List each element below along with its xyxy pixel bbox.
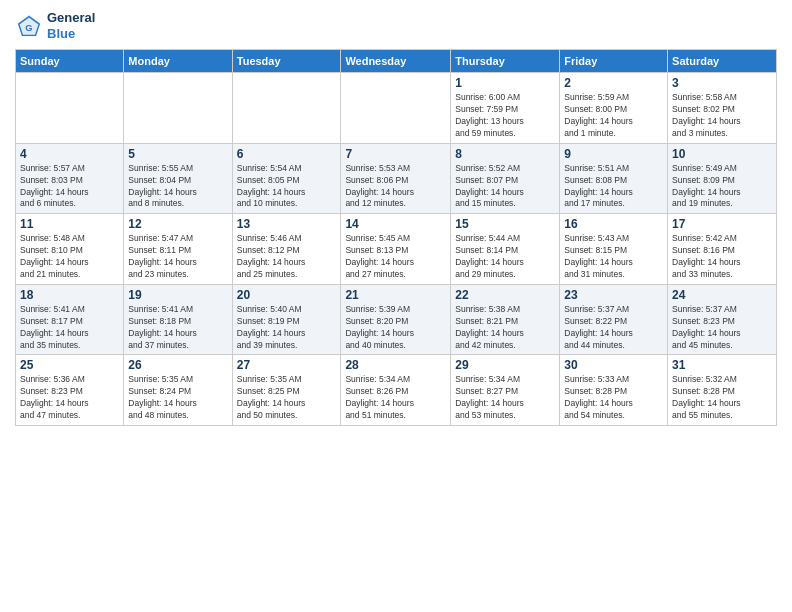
calendar-cell: 10Sunrise: 5:49 AM Sunset: 8:09 PM Dayli… [668, 143, 777, 214]
calendar-header-sunday: Sunday [16, 50, 124, 73]
day-number: 16 [564, 217, 663, 231]
calendar-cell [341, 73, 451, 144]
calendar-cell: 1Sunrise: 6:00 AM Sunset: 7:59 PM Daylig… [451, 73, 560, 144]
calendar-cell: 3Sunrise: 5:58 AM Sunset: 8:02 PM Daylig… [668, 73, 777, 144]
day-number: 21 [345, 288, 446, 302]
day-info: Sunrise: 5:39 AM Sunset: 8:20 PM Dayligh… [345, 304, 446, 352]
calendar-cell: 11Sunrise: 5:48 AM Sunset: 8:10 PM Dayli… [16, 214, 124, 285]
day-number: 31 [672, 358, 772, 372]
logo: G General Blue [15, 10, 95, 41]
day-info: Sunrise: 5:48 AM Sunset: 8:10 PM Dayligh… [20, 233, 119, 281]
day-number: 14 [345, 217, 446, 231]
day-number: 4 [20, 147, 119, 161]
logo-text: General Blue [47, 10, 95, 41]
calendar-cell: 4Sunrise: 5:57 AM Sunset: 8:03 PM Daylig… [16, 143, 124, 214]
day-info: Sunrise: 5:42 AM Sunset: 8:16 PM Dayligh… [672, 233, 772, 281]
calendar-cell [16, 73, 124, 144]
day-number: 17 [672, 217, 772, 231]
calendar-cell: 22Sunrise: 5:38 AM Sunset: 8:21 PM Dayli… [451, 284, 560, 355]
day-number: 28 [345, 358, 446, 372]
day-info: Sunrise: 5:35 AM Sunset: 8:24 PM Dayligh… [128, 374, 227, 422]
day-info: Sunrise: 5:40 AM Sunset: 8:19 PM Dayligh… [237, 304, 337, 352]
day-info: Sunrise: 5:53 AM Sunset: 8:06 PM Dayligh… [345, 163, 446, 211]
calendar-cell: 21Sunrise: 5:39 AM Sunset: 8:20 PM Dayli… [341, 284, 451, 355]
day-info: Sunrise: 5:33 AM Sunset: 8:28 PM Dayligh… [564, 374, 663, 422]
day-number: 25 [20, 358, 119, 372]
day-number: 9 [564, 147, 663, 161]
calendar-header-friday: Friday [560, 50, 668, 73]
day-info: Sunrise: 5:45 AM Sunset: 8:13 PM Dayligh… [345, 233, 446, 281]
calendar-header-wednesday: Wednesday [341, 50, 451, 73]
calendar-week-1: 1Sunrise: 6:00 AM Sunset: 7:59 PM Daylig… [16, 73, 777, 144]
calendar-week-5: 25Sunrise: 5:36 AM Sunset: 8:23 PM Dayli… [16, 355, 777, 426]
day-number: 22 [455, 288, 555, 302]
day-number: 1 [455, 76, 555, 90]
calendar-cell: 26Sunrise: 5:35 AM Sunset: 8:24 PM Dayli… [124, 355, 232, 426]
calendar-cell: 7Sunrise: 5:53 AM Sunset: 8:06 PM Daylig… [341, 143, 451, 214]
calendar-cell: 8Sunrise: 5:52 AM Sunset: 8:07 PM Daylig… [451, 143, 560, 214]
day-number: 13 [237, 217, 337, 231]
logo-icon: G [15, 12, 43, 40]
day-info: Sunrise: 5:34 AM Sunset: 8:26 PM Dayligh… [345, 374, 446, 422]
day-number: 7 [345, 147, 446, 161]
day-number: 29 [455, 358, 555, 372]
day-info: Sunrise: 5:37 AM Sunset: 8:23 PM Dayligh… [672, 304, 772, 352]
day-info: Sunrise: 5:59 AM Sunset: 8:00 PM Dayligh… [564, 92, 663, 140]
day-info: Sunrise: 5:35 AM Sunset: 8:25 PM Dayligh… [237, 374, 337, 422]
day-info: Sunrise: 5:46 AM Sunset: 8:12 PM Dayligh… [237, 233, 337, 281]
day-info: Sunrise: 5:51 AM Sunset: 8:08 PM Dayligh… [564, 163, 663, 211]
day-info: Sunrise: 5:52 AM Sunset: 8:07 PM Dayligh… [455, 163, 555, 211]
svg-text:G: G [25, 22, 32, 32]
calendar-cell: 31Sunrise: 5:32 AM Sunset: 8:28 PM Dayli… [668, 355, 777, 426]
calendar-header-monday: Monday [124, 50, 232, 73]
calendar-cell: 17Sunrise: 5:42 AM Sunset: 8:16 PM Dayli… [668, 214, 777, 285]
day-info: Sunrise: 5:44 AM Sunset: 8:14 PM Dayligh… [455, 233, 555, 281]
day-number: 11 [20, 217, 119, 231]
calendar-cell: 23Sunrise: 5:37 AM Sunset: 8:22 PM Dayli… [560, 284, 668, 355]
day-info: Sunrise: 5:43 AM Sunset: 8:15 PM Dayligh… [564, 233, 663, 281]
day-info: Sunrise: 6:00 AM Sunset: 7:59 PM Dayligh… [455, 92, 555, 140]
calendar-cell: 13Sunrise: 5:46 AM Sunset: 8:12 PM Dayli… [232, 214, 341, 285]
day-number: 8 [455, 147, 555, 161]
day-number: 15 [455, 217, 555, 231]
calendar-cell [232, 73, 341, 144]
calendar-header-saturday: Saturday [668, 50, 777, 73]
day-info: Sunrise: 5:34 AM Sunset: 8:27 PM Dayligh… [455, 374, 555, 422]
day-number: 18 [20, 288, 119, 302]
calendar-cell: 9Sunrise: 5:51 AM Sunset: 8:08 PM Daylig… [560, 143, 668, 214]
day-number: 24 [672, 288, 772, 302]
calendar-cell: 6Sunrise: 5:54 AM Sunset: 8:05 PM Daylig… [232, 143, 341, 214]
page-container: G General Blue SundayMondayTuesdayWednes… [0, 0, 792, 612]
calendar-cell: 24Sunrise: 5:37 AM Sunset: 8:23 PM Dayli… [668, 284, 777, 355]
day-info: Sunrise: 5:38 AM Sunset: 8:21 PM Dayligh… [455, 304, 555, 352]
calendar-table: SundayMondayTuesdayWednesdayThursdayFrid… [15, 49, 777, 426]
calendar-cell: 27Sunrise: 5:35 AM Sunset: 8:25 PM Dayli… [232, 355, 341, 426]
day-info: Sunrise: 5:41 AM Sunset: 8:17 PM Dayligh… [20, 304, 119, 352]
calendar-header-row: SundayMondayTuesdayWednesdayThursdayFrid… [16, 50, 777, 73]
calendar-cell: 18Sunrise: 5:41 AM Sunset: 8:17 PM Dayli… [16, 284, 124, 355]
day-number: 26 [128, 358, 227, 372]
calendar-header-tuesday: Tuesday [232, 50, 341, 73]
calendar-header-thursday: Thursday [451, 50, 560, 73]
calendar-cell: 29Sunrise: 5:34 AM Sunset: 8:27 PM Dayli… [451, 355, 560, 426]
calendar-cell: 12Sunrise: 5:47 AM Sunset: 8:11 PM Dayli… [124, 214, 232, 285]
day-info: Sunrise: 5:58 AM Sunset: 8:02 PM Dayligh… [672, 92, 772, 140]
day-number: 27 [237, 358, 337, 372]
logo-blue: Blue [47, 26, 75, 41]
day-info: Sunrise: 5:54 AM Sunset: 8:05 PM Dayligh… [237, 163, 337, 211]
calendar-cell: 5Sunrise: 5:55 AM Sunset: 8:04 PM Daylig… [124, 143, 232, 214]
day-number: 5 [128, 147, 227, 161]
calendar-week-4: 18Sunrise: 5:41 AM Sunset: 8:17 PM Dayli… [16, 284, 777, 355]
logo-general: General [47, 10, 95, 25]
calendar-cell: 25Sunrise: 5:36 AM Sunset: 8:23 PM Dayli… [16, 355, 124, 426]
day-info: Sunrise: 5:32 AM Sunset: 8:28 PM Dayligh… [672, 374, 772, 422]
day-info: Sunrise: 5:49 AM Sunset: 8:09 PM Dayligh… [672, 163, 772, 211]
day-number: 10 [672, 147, 772, 161]
day-info: Sunrise: 5:41 AM Sunset: 8:18 PM Dayligh… [128, 304, 227, 352]
day-info: Sunrise: 5:37 AM Sunset: 8:22 PM Dayligh… [564, 304, 663, 352]
day-number: 2 [564, 76, 663, 90]
calendar-cell: 2Sunrise: 5:59 AM Sunset: 8:00 PM Daylig… [560, 73, 668, 144]
calendar-cell: 20Sunrise: 5:40 AM Sunset: 8:19 PM Dayli… [232, 284, 341, 355]
calendar-cell: 14Sunrise: 5:45 AM Sunset: 8:13 PM Dayli… [341, 214, 451, 285]
day-number: 19 [128, 288, 227, 302]
